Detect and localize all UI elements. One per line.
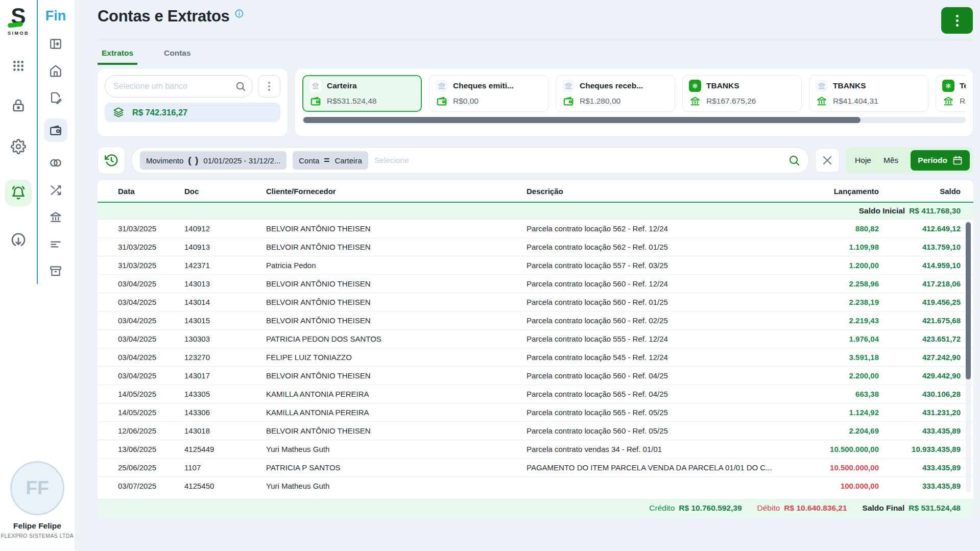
cell-amount: 2.219,43 [802,316,879,325]
cell-client: BELVOIR ANTÔNIO THEISEN [266,316,527,325]
wallet-accounts-icon[interactable] [44,118,67,142]
table-row[interactable]: 31/03/2025 140913 BELVOIR ANTÔNIO THEISE… [98,237,973,256]
cards-scrollbar-thumb[interactable] [303,117,861,123]
accounts-panel: ✻ Carteira R$531.524,48 ✻ Cheques emiti.… [295,69,973,136]
cards-scrollbar[interactable] [302,117,966,123]
range-period-button[interactable]: Período [911,150,970,171]
download-circle-icon[interactable] [10,232,27,248]
clear-filters-button[interactable] [815,148,840,173]
account-card[interactable]: ✻ TBANKS R$41.404,31 [809,75,928,112]
col-lancamento[interactable]: Lançamento [802,187,879,196]
filter-chips: Movimento( )01/01/2025 - 31/12/2... Cont… [140,151,368,170]
info-icon[interactable] [234,9,244,18]
cell-description: Parcela contrato locação 562 - Ref. 01/2… [527,243,802,251]
filter-input[interactable]: Movimento( )01/01/2025 - 31/12/2... Cont… [131,147,809,174]
cell-doc: 1107 [184,463,266,472]
account-card[interactable]: ✻ TBANKS R$167.675,26 [682,75,802,112]
table-row[interactable]: 03/04/2025 123270 FELIPE LUIZ TONIAZZO P… [98,348,973,366]
document-edit-icon[interactable] [49,91,62,105]
table-row[interactable]: 03/07/2025 4125450 Yuri Matheus Guth 100… [98,476,973,495]
account-balance: R$531.524,48 [327,97,376,106]
history-button[interactable] [98,147,125,174]
cell-description: Parcela contrato locação 557 - Ref. 03/2… [527,261,802,270]
header-divider [98,40,973,40]
table-scrollbar[interactable] [966,221,971,493]
account-name: TBANKS [833,81,866,90]
home-icon[interactable] [49,64,62,78]
table-scrollbar-thumb[interactable] [966,222,971,379]
module-title: Fin [45,8,66,24]
table-row[interactable]: 03/04/2025 143014 BELVOIR ANTÔNIO THEISE… [98,293,973,311]
cell-date: 31/03/2025 [118,243,184,251]
cell-balance: 433.435,89 [879,463,961,472]
shuffle-transfers-icon[interactable] [50,184,62,197]
bank-menu-button[interactable] [258,75,280,98]
cell-date: 25/06/2025 [118,463,184,472]
page-menu-button[interactable] [941,7,973,34]
filter-chip[interactable]: Movimento( )01/01/2025 - 31/12/2... [140,151,286,170]
cell-client: Yuri Matheus Guth [266,445,527,453]
account-name: Cheques receb... [580,81,643,90]
report-lines-icon[interactable] [49,237,62,251]
account-card[interactable]: ✻ Teste R$43. [936,75,966,112]
range-month-button[interactable]: Mês [883,156,898,165]
table-row[interactable]: 13/06/2025 4125449 Yuri Matheus Guth Par… [98,440,973,458]
credit-label: Crédito [649,504,675,513]
table-row[interactable]: 14/05/2025 143305 KAMILLA ANTONIA PEREIR… [98,385,973,403]
cell-amount: 880,82 [802,224,879,233]
cell-description: Parcela contrato vendas 34 - Ref. 01/01 [527,445,802,453]
settings-gear-icon[interactable] [11,139,26,154]
cell-balance: 421.675,68 [879,316,961,325]
archive-icon[interactable] [49,265,62,278]
collapse-sidebar-icon[interactable] [49,37,62,51]
bank-icon[interactable] [49,210,62,224]
notifications-bell-icon[interactable] [5,180,32,206]
filter-search-icon[interactable] [788,154,800,166]
col-doc[interactable]: Doc [184,187,266,196]
table-row[interactable]: 12/06/2025 143018 BELVOIR ANTÔNIO THEISE… [98,421,973,440]
col-saldo[interactable]: Saldo [879,187,961,196]
cell-date: 03/04/2025 [118,298,184,306]
range-today-button[interactable]: Hoje [855,156,871,165]
col-descricao[interactable]: Descrição [527,187,802,196]
cell-client: BELVOIR ANTÔNIO THEISEN [266,298,527,306]
cell-client: PATRICIA PEDON DOS SANTOS [266,334,527,343]
user-profile[interactable]: FF Felipe Felipe FLEXPRO SISTEMAS LTDA [0,461,75,551]
table-row[interactable]: 31/03/2025 140912 BELVOIR ANTÔNIO THEISE… [98,219,973,237]
account-card[interactable]: ✻ Cheques receb... R$1.280,00 [556,75,675,112]
tab-bar: Extratos Contas [98,46,973,65]
table-row[interactable]: 03/04/2025 130303 PATRICIA PEDON DOS SAN… [98,329,973,348]
tab-contas[interactable]: Contas [160,46,195,65]
table-header: Data Doc Cliente/Fornecedor Descrição La… [98,180,973,202]
bank-search-input[interactable] [105,75,253,98]
linked-rings-icon[interactable] [49,156,63,170]
cell-client: BELVOIR ANTÔNIO THEISEN [266,224,527,233]
table-row[interactable]: 14/05/2025 143306 KAMILLA ANTONIA PEREIR… [98,403,973,421]
account-balance-icon [309,95,322,107]
col-data[interactable]: Data [118,187,184,196]
lock-icon[interactable] [11,98,26,113]
cell-date: 14/05/2025 [118,408,184,417]
cell-description: Parcela contrato locação 565 - Ref. 04/2… [527,390,802,398]
filter-chip[interactable]: Conta=Carteira [293,151,368,170]
cell-doc: 143018 [184,426,266,435]
simob-logo[interactable]: S SIMOB [7,6,30,36]
account-type-icon: ✻ [436,80,448,92]
col-cliente[interactable]: Cliente/Fornecedor [266,187,527,196]
tab-extratos[interactable]: Extratos [98,46,137,65]
table-row[interactable]: 03/04/2025 143015 BELVOIR ANTÔNIO THEISE… [98,311,973,329]
account-card[interactable]: ✻ Cheques emiti... R$0,00 [429,75,548,112]
cell-amount: 2.238,19 [802,298,879,306]
banks-total[interactable]: R$ 742.316,27 [105,103,280,122]
account-card[interactable]: ✻ Carteira R$531.524,48 [302,75,422,112]
cell-description: Parcela contrato locação 560 - Ref. 02/2… [527,316,802,325]
account-cards: ✻ Carteira R$531.524,48 ✻ Cheques emiti.… [302,75,966,112]
table-row[interactable]: 03/04/2025 143017 BELVOIR ANTÔNIO THEISE… [98,366,973,385]
apps-grid-icon[interactable] [12,59,25,73]
cell-date: 03/07/2025 [118,482,184,490]
table-row[interactable]: 03/04/2025 143013 BELVOIR ANTÔNIO THEISE… [98,274,973,293]
table-row[interactable]: 25/06/2025 1107 PATRICIA P SANTOS PAGAME… [98,458,973,476]
table-row[interactable]: 31/03/2025 142371 Patricia Pedon Parcela… [98,256,973,274]
cell-doc: 4125450 [184,482,266,490]
search-icon[interactable] [235,81,246,92]
